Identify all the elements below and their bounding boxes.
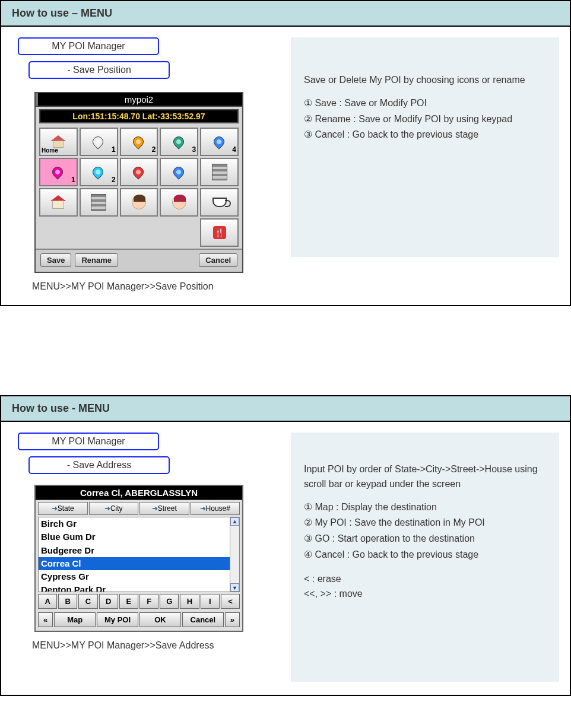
key-d[interactable]: D [99,594,118,609]
panel-save-address: How to use - MENU MY POI Manager - Save … [0,395,571,696]
icon-building-b[interactable] [80,188,118,217]
cancel-button[interactable]: Cancel [199,253,237,267]
my-poi-button[interactable]: My POI [97,612,138,627]
icon-coffee[interactable] [200,188,239,217]
list-item-selected[interactable]: Correa Cl [39,557,239,570]
desc-extra: < : erase [304,572,546,587]
desc-extra: <<, >> : move [304,587,546,602]
description: Save or Delete My POI by choosing icons … [291,37,559,257]
crumb-my-poi-manager[interactable]: MY POI Manager [18,37,159,55]
panel-header: How to use – MENU [1,1,570,27]
crumb-save-position[interactable]: - Save Position [28,61,170,79]
desc-line: ③ GO : Start operation to the destinatio… [304,532,546,546]
save-button[interactable]: Save [40,253,71,267]
desc-line: ④ Cancel : Go back to the previous stage [304,548,546,562]
nav-next-button[interactable]: » [225,612,240,627]
key-c[interactable]: C [78,594,97,609]
cancel-button[interactable]: Cancel [182,612,224,627]
key-erase[interactable]: < [221,594,240,609]
tab-street[interactable]: ➜Street [139,502,189,515]
keyboard-row: A B C D E F G H I < [36,592,242,611]
desc-line: ② My POI : Save the destination in My PO… [304,516,546,530]
desc-line: ① Save : Save or Modify POI [304,96,546,111]
icon-pushpin-red[interactable] [120,158,158,186]
list-item[interactable]: Blue Gum Dr [39,530,239,543]
device-title: mypoi2 [36,93,242,107]
desc-intro: Input POI by order of State->City->Stree… [304,462,546,492]
key-f[interactable]: F [139,594,158,609]
crumb-save-address[interactable]: - Save Address [28,456,170,474]
nav-prev-button[interactable]: « [38,612,53,627]
address-list[interactable]: Birch Gr Blue Gum Dr Budgeree Dr Correa … [38,517,240,592]
key-a[interactable]: A [38,594,57,609]
breadcrumb: MENU>>MY POI Manager>>Save Address [32,640,273,651]
desc-line: ① Map : Display the destination [304,500,546,515]
panel-save-position: How to use – MENU MY POI Manager - Save … [0,0,571,306]
icon-pin-1[interactable]: 1 [80,128,118,156]
key-h[interactable]: H [180,594,199,609]
key-i[interactable]: I [201,594,220,609]
description: Input POI by order of State->City->Stree… [291,433,559,682]
icon-house[interactable] [39,188,78,217]
map-button[interactable]: Map [54,612,96,627]
icon-ball-2[interactable]: 2 [80,158,118,186]
device-save-position: mypoi2 Lon:151:15:48.70 Lat:-33:53:52.97… [34,92,243,273]
breadcrumb: MENU>>MY POI Manager>>Save Position [32,281,273,292]
list-item[interactable]: Cypress Gr [39,570,239,583]
list-item[interactable]: Denton Park Dr [39,583,239,592]
icon-face-2[interactable] [160,188,198,217]
icon-restaurant[interactable]: 🍴 [200,218,239,247]
icon-home[interactable]: Home [39,128,78,156]
icon-pin-3[interactable]: 3 [160,128,198,156]
icon-home-label: Home [42,147,58,154]
tab-city[interactable]: ➜City [89,502,139,515]
coordinate-bar: Lon:151:15:48.70 Lat:-33:53:52.97 [39,109,239,123]
ok-button[interactable]: OK [139,612,181,627]
rename-button[interactable]: Rename [75,253,118,267]
scroll-down-icon[interactable]: ▾ [230,583,239,592]
device-title: Correa Cl, ABERGLASSLYN [36,486,242,500]
icon-face-1[interactable] [120,188,158,217]
device-save-address: Correa Cl, ABERGLASSLYN ➜State ➜City ➜St… [34,485,243,632]
tab-house[interactable]: ➜House# [191,502,240,515]
panel-header: How to use - MENU [1,396,570,422]
icon-pushpin-blue[interactable] [160,158,198,186]
icon-ball-1[interactable]: 1 [39,158,78,186]
icon-building-a[interactable] [200,158,239,186]
key-b[interactable]: B [58,594,77,609]
key-e[interactable]: E [119,594,138,609]
list-item[interactable]: Budgeree Dr [39,544,239,557]
desc-line: ② Rename : Save or Modify POI by using k… [304,112,546,127]
icon-pin-4[interactable]: 4 [200,128,239,156]
scrollbar[interactable]: ▴ ▾ [230,517,239,592]
desc-intro: Save or Delete My POI by choosing icons … [304,73,546,88]
scroll-up-icon[interactable]: ▴ [230,517,239,526]
tab-state[interactable]: ➜State [38,502,88,515]
desc-line: ③ Cancel : Go back to the previous stage [304,128,546,142]
list-item[interactable]: Birch Gr [39,517,239,530]
key-g[interactable]: G [160,594,179,609]
icon-pin-2[interactable]: 2 [120,128,158,156]
crumb-my-poi-manager[interactable]: MY POI Manager [18,433,159,450]
